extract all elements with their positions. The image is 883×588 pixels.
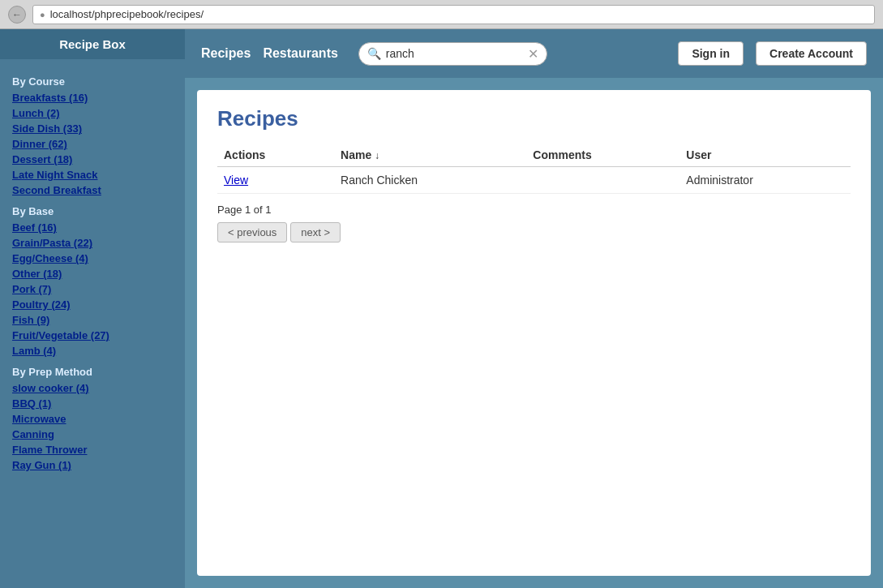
sidebar-item-dinner[interactable]: Dinner (62) <box>12 137 173 151</box>
search-clear-button[interactable]: ✕ <box>528 46 538 62</box>
create-account-button[interactable]: Create Account <box>756 41 867 66</box>
sidebar-title: Recipe Box <box>0 29 185 59</box>
sidebar-item-late-night-snack[interactable]: Late Night Snack <box>12 168 173 182</box>
search-input[interactable] <box>386 47 528 60</box>
table-cell-user: Administrator <box>679 167 851 194</box>
sidebar-item-egg-cheese[interactable]: Egg/Cheese (4) <box>12 251 173 265</box>
signin-button[interactable]: Sign in <box>678 41 744 66</box>
prev-button[interactable]: < previous <box>217 222 287 242</box>
sidebar-item-bbq[interactable]: BBQ (1) <box>12 397 173 410</box>
nav-restaurants[interactable]: Restaurants <box>263 46 337 61</box>
content-area: Recipes Restaurants 🔍 ✕ Sign in Create A… <box>185 29 883 588</box>
sidebar-item-side-dish[interactable]: Side Dish (33) <box>12 122 173 135</box>
search-icon: 🔍 <box>367 47 381 60</box>
search-bar: 🔍 ✕ <box>358 42 547 66</box>
col-comments: Comments <box>526 144 679 167</box>
table-cell-comments <box>526 167 679 194</box>
back-button[interactable]: ← <box>8 6 26 24</box>
page-container: Recipe Box By Course Breakfasts (16) Lun… <box>0 29 883 588</box>
sidebar-item-lamb[interactable]: Lamb (4) <box>12 344 173 358</box>
sidebar-item-lunch[interactable]: Lunch (2) <box>12 106 173 120</box>
table-cell-actions: View <box>217 167 334 194</box>
col-actions: Actions <box>217 144 334 167</box>
col-user: User <box>679 144 851 167</box>
table-row: View Ranch Chicken Administrator <box>217 167 851 194</box>
sidebar-item-breakfasts[interactable]: Breakfasts (16) <box>12 91 173 105</box>
pagination-info: Page 1 of 1 <box>217 204 851 216</box>
sort-icon: ↓ <box>375 150 379 161</box>
view-link[interactable]: View <box>224 174 248 187</box>
sidebar: Recipe Box By Course Breakfasts (16) Lun… <box>0 29 185 588</box>
pagination-buttons: < previous next > <box>217 222 851 242</box>
col-name[interactable]: Name ↓ <box>334 144 526 167</box>
sidebar-item-dessert[interactable]: Dessert (18) <box>12 152 173 166</box>
recipes-table: Actions Name ↓ Comments User View Ranch … <box>217 144 851 194</box>
sidebar-item-poultry[interactable]: Poultry (24) <box>12 298 173 311</box>
section-label-course: By Course <box>12 75 173 88</box>
sidebar-item-microwave[interactable]: Microwave <box>12 412 173 426</box>
sidebar-item-ray-gun[interactable]: Ray Gun (1) <box>12 458 173 472</box>
sidebar-item-beef[interactable]: Beef (16) <box>12 221 173 234</box>
url-text: localhost/phprecipebook/recipes/ <box>50 8 204 20</box>
sidebar-item-canning[interactable]: Canning <box>12 427 173 441</box>
sidebar-item-grain-pasta[interactable]: Grain/Pasta (22) <box>12 236 173 250</box>
sidebar-item-second-breakfast[interactable]: Second Breakfast <box>12 183 173 197</box>
url-icon: ● <box>40 10 45 19</box>
next-button[interactable]: next > <box>290 222 341 242</box>
section-label-base: By Base <box>12 205 173 217</box>
sidebar-item-other[interactable]: Other (18) <box>12 267 173 281</box>
sidebar-item-flame-thrower[interactable]: Flame Thrower <box>12 443 173 457</box>
sidebar-content: By Course Breakfasts (16) Lunch (2) Side… <box>0 59 185 482</box>
main-content: Recipes Actions Name ↓ Comments User Vie… <box>197 90 871 576</box>
sidebar-item-fish[interactable]: Fish (9) <box>12 313 173 327</box>
browser-bar: ← ● localhost/phprecipebook/recipes/ <box>0 0 883 29</box>
nav-recipes[interactable]: Recipes <box>201 46 251 61</box>
url-bar[interactable]: ● localhost/phprecipebook/recipes/ <box>32 5 875 24</box>
section-label-prep: By Prep Method <box>12 366 173 378</box>
sidebar-item-slow-cooker[interactable]: slow cooker (4) <box>12 381 173 395</box>
sidebar-item-fruit-vegetable[interactable]: Fruit/Vegetable (27) <box>12 328 173 342</box>
table-cell-name: Ranch Chicken <box>334 167 526 194</box>
sidebar-item-pork[interactable]: Pork (7) <box>12 282 173 296</box>
top-nav: Recipes Restaurants 🔍 ✕ Sign in Create A… <box>185 29 883 78</box>
page-title: Recipes <box>217 106 851 131</box>
